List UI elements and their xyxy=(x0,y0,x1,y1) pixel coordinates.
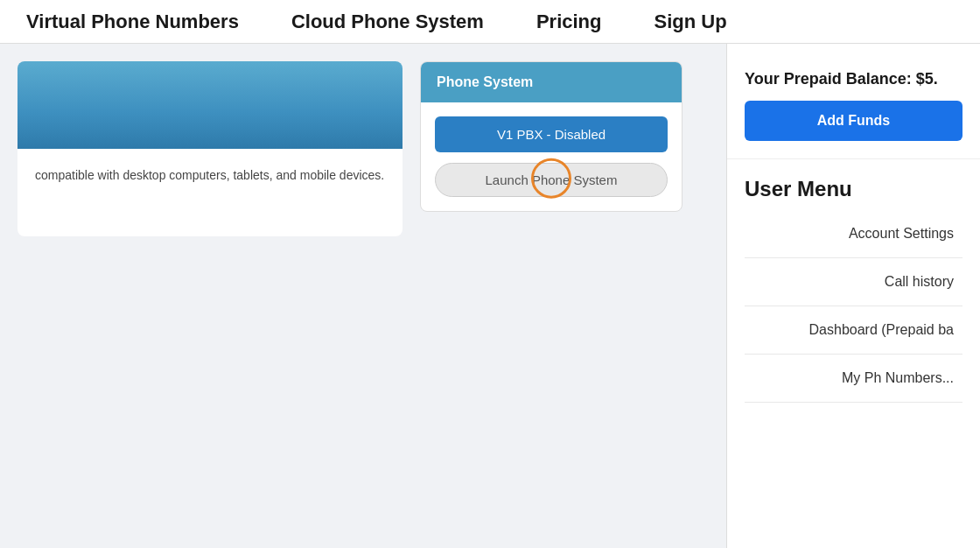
right-sidebar: Your Prepaid Balance: $5. Add Funds User… xyxy=(726,44,980,548)
left-panel: compatible with desktop computers, table… xyxy=(0,44,726,548)
left-card: compatible with desktop computers, table… xyxy=(18,61,402,236)
phone-system-header: Phone System xyxy=(421,62,682,102)
menu-item-call-history[interactable]: Call history xyxy=(745,258,962,306)
menu-item-my-numbers[interactable]: My Ph Numbers... xyxy=(745,355,962,403)
nav-signup[interactable]: Sign Up xyxy=(628,11,753,33)
phone-system-title: Phone System xyxy=(437,74,533,89)
nav-pricing[interactable]: Pricing xyxy=(510,11,628,33)
user-menu-title: User Menu xyxy=(745,177,962,201)
main-content: compatible with desktop computers, table… xyxy=(0,44,980,548)
phone-system-body: V1 PBX - Disabled Launch Phone System xyxy=(421,102,682,211)
phone-system-card: Phone System V1 PBX - Disabled Launch Ph… xyxy=(420,61,682,212)
menu-item-dashboard[interactable]: Dashboard (Prepaid ba xyxy=(745,306,962,355)
cards-row: compatible with desktop computers, table… xyxy=(18,61,709,236)
card-body: compatible with desktop computers, table… xyxy=(18,149,402,202)
launch-phone-system-button[interactable]: Launch Phone System xyxy=(435,163,668,197)
balance-section: Your Prepaid Balance: $5. Add Funds xyxy=(727,61,980,159)
card-header-gradient xyxy=(18,61,402,149)
nav-virtual-phone[interactable]: Virtual Phone Numbers xyxy=(0,11,265,33)
v1pbx-button[interactable]: V1 PBX - Disabled xyxy=(435,116,668,152)
card-description: compatible with desktop computers, table… xyxy=(35,166,385,185)
launch-button-wrapper: Launch Phone System xyxy=(435,163,668,197)
add-funds-button[interactable]: Add Funds xyxy=(745,101,962,141)
balance-text: Your Prepaid Balance: $5. xyxy=(745,70,962,88)
user-menu-section: User Menu Account Settings Call history … xyxy=(727,159,980,403)
nav-bar: Virtual Phone Numbers Cloud Phone System… xyxy=(0,0,980,44)
menu-item-account-settings[interactable]: Account Settings xyxy=(745,210,962,258)
nav-cloud-phone[interactable]: Cloud Phone System xyxy=(265,11,510,33)
